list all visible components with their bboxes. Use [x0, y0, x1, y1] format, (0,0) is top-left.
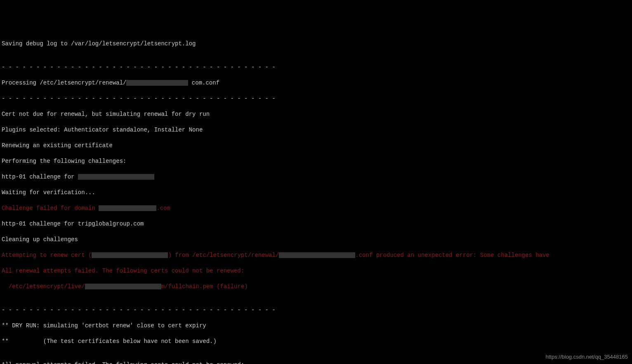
error-line: Challenge failed for domain .com [2, 204, 630, 212]
text-fragment: ) from /etc/letsencrypt/renewal/ [168, 252, 279, 258]
text-fragment: .conf produced an unexpected error: Some… [355, 252, 549, 258]
log-line: Performing the following challenges: [2, 157, 630, 165]
log-line: ** (The test certificates below have not… [2, 338, 630, 345]
text-fragment: m/fullchain.pem (failure) [161, 283, 248, 290]
redacted-domain [78, 174, 154, 180]
text-fragment: Attempting to renew cert ( [2, 252, 92, 258]
text-fragment: Processing /etc/letsencrypt/renewal/ [2, 80, 126, 86]
log-line: ** DRY RUN: simulating 'certbot renew' c… [2, 322, 630, 330]
redacted-domain [279, 252, 355, 258]
terminal-output: Saving debug log to /var/log/letsencrypt… [2, 32, 630, 364]
log-line: Cleaning up challenges [2, 236, 630, 244]
error-line: All renewal attempts failed. The followi… [2, 267, 630, 275]
log-line: Renewing an existing certificate [2, 142, 630, 150]
redacted-domain [85, 284, 161, 289]
log-line: Waiting for verification... [2, 189, 630, 197]
error-line: Attempting to renew cert () from /etc/le… [2, 251, 630, 259]
log-line: All renewal attempts failed. The followi… [2, 361, 630, 364]
redacted-domain [92, 252, 168, 258]
divider-line: - - - - - - - - - - - - - - - - - - - - … [2, 95, 630, 103]
divider-line: - - - - - - - - - - - - - - - - - - - - … [2, 63, 630, 71]
text-fragment: com.conf [192, 80, 219, 86]
log-line: http-01 challenge for [2, 173, 630, 181]
text-fragment: http-01 challenge for [2, 174, 78, 180]
redacted-domain [99, 205, 156, 211]
log-line: http-01 challenge for tripglobalgroup.co… [2, 220, 630, 228]
divider-line: - - - - - - - - - - - - - - - - - - - - … [2, 306, 630, 314]
text-fragment: .com [156, 205, 170, 211]
log-line: Cert not due for renewal, but simulating… [2, 110, 630, 118]
log-line: Processing /etc/letsencrypt/renewal/ com… [2, 79, 630, 87]
log-line: Saving debug log to /var/log/letsencrypt… [2, 40, 630, 48]
redacted-domain [126, 80, 188, 86]
log-line: Plugins selected: Authenticator standalo… [2, 126, 630, 134]
text-fragment: /etc/letsencrypt/live/ [2, 283, 85, 290]
error-line: /etc/letsencrypt/live/m/fullchain.pem (f… [2, 283, 630, 291]
watermark-text: https://blog.csdn.net/qq_35448165 [546, 353, 628, 361]
text-fragment: Challenge failed for domain [2, 205, 99, 211]
